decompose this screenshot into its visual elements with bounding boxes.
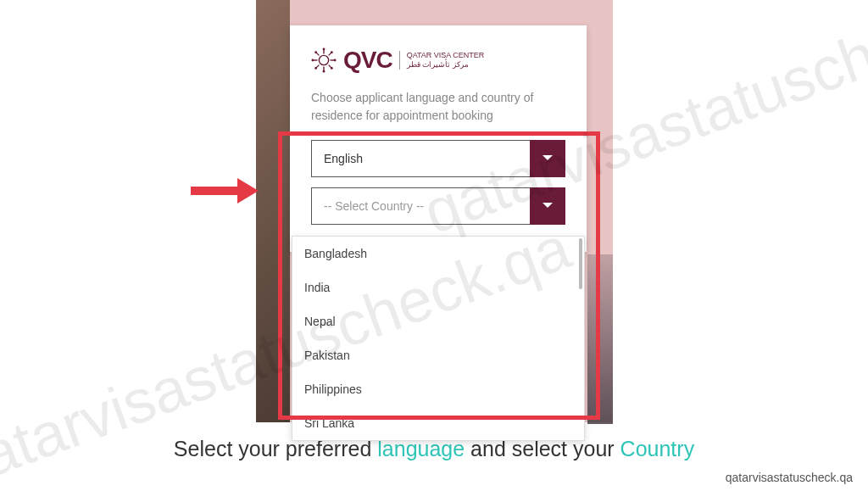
svg-point-15 bbox=[314, 67, 317, 70]
country-select[interactable]: -- Select Country -- bbox=[311, 187, 565, 225]
background-left bbox=[256, 0, 290, 422]
svg-point-0 bbox=[319, 55, 328, 64]
logo-sub-english: QATAR VISA CENTER bbox=[407, 51, 485, 60]
country-select-placeholder: -- Select Country -- bbox=[312, 199, 530, 213]
svg-point-11 bbox=[311, 59, 314, 62]
background-right bbox=[587, 254, 613, 424]
country-chevron-down-icon[interactable] bbox=[530, 187, 565, 225]
svg-point-10 bbox=[323, 70, 326, 73]
language-select[interactable]: English bbox=[311, 140, 565, 177]
language-select-value: English bbox=[312, 152, 530, 165]
svg-point-12 bbox=[334, 59, 337, 62]
logo-text: QVC bbox=[343, 47, 392, 74]
credit-text: qatarvisastatuscheck.qa bbox=[726, 471, 853, 484]
qvc-logo-icon bbox=[311, 47, 337, 73]
logo-sub-arabic: مركز تأشيرات قطر bbox=[407, 60, 485, 70]
logo-subtitle: QATAR VISA CENTER مركز تأشيرات قطر bbox=[399, 51, 485, 70]
country-dropdown-list: Bangladesh India Nepal Pakistan Philippi… bbox=[292, 236, 585, 441]
svg-point-14 bbox=[331, 67, 333, 70]
country-option-india[interactable]: India bbox=[292, 271, 584, 304]
instruction-text: Choose applicant language and country of… bbox=[311, 89, 565, 125]
dropdown-scrollbar[interactable] bbox=[579, 238, 582, 289]
screenshot-container: QVC QATAR VISA CENTER مركز تأشيرات قطر C… bbox=[256, 0, 613, 422]
country-option-bangladesh[interactable]: Bangladesh bbox=[292, 237, 584, 271]
form-card: QVC QATAR VISA CENTER مركز تأشيرات قطر C… bbox=[290, 25, 587, 252]
svg-point-13 bbox=[314, 51, 317, 53]
svg-point-9 bbox=[323, 47, 326, 50]
caption-highlight-country: Country bbox=[620, 437, 695, 460]
arrow-annotation-icon bbox=[191, 178, 259, 207]
svg-point-16 bbox=[331, 51, 333, 53]
logo: QVC QATAR VISA CENTER مركز تأشيرات قطر bbox=[311, 47, 565, 74]
language-chevron-down-icon[interactable] bbox=[530, 140, 565, 177]
country-option-philippines[interactable]: Philippines bbox=[292, 372, 584, 406]
country-option-nepal[interactable]: Nepal bbox=[292, 304, 584, 338]
country-option-pakistan[interactable]: Pakistan bbox=[292, 338, 584, 372]
svg-rect-17 bbox=[191, 187, 237, 195]
country-option-srilanka[interactable]: Sri Lanka bbox=[292, 406, 584, 440]
